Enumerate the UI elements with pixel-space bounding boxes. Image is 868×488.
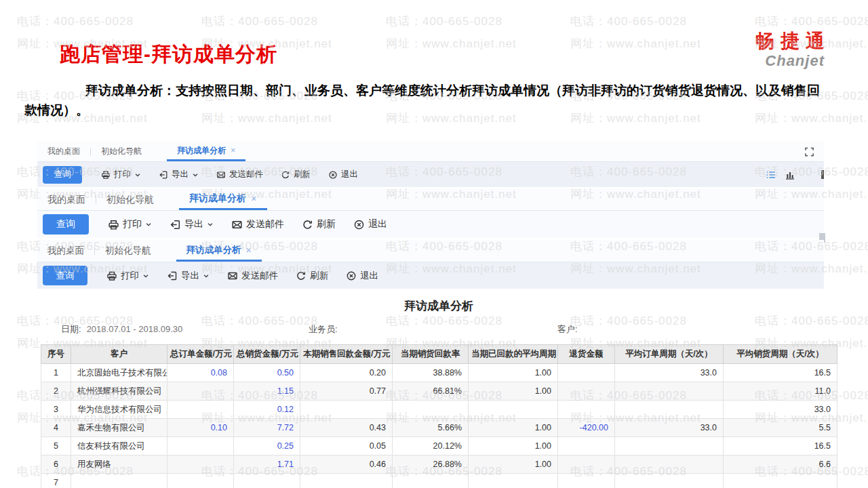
table-cell xyxy=(615,455,724,474)
exit-button[interactable]: 退出 xyxy=(353,218,387,230)
tab-my-desktop[interactable]: 我的桌面 xyxy=(37,142,90,161)
send-mail-button[interactable]: 发送邮件 xyxy=(227,270,278,282)
table-cell-link[interactable]: 0.10 xyxy=(167,419,234,437)
exit-label: 退出 xyxy=(368,218,387,230)
table-cell-link[interactable]: 7.72 xyxy=(234,419,300,437)
watermark-phone: 电话：400-665-0028 xyxy=(17,14,134,29)
list-view-icon[interactable] xyxy=(766,169,776,180)
table-cell: 66.81% xyxy=(393,382,469,401)
print-button[interactable]: 打印 xyxy=(108,218,152,230)
tab-visit-order-analysis[interactable]: 拜访成单分析 × xyxy=(179,189,267,210)
tab-visit-order-analysis[interactable]: 拜访成单分析 × xyxy=(167,142,245,161)
print-label: 打印 xyxy=(114,169,131,180)
table-row: 3华为信息技术有限公司0.1233.0 xyxy=(41,401,837,419)
send-mail-button[interactable]: 发送邮件 xyxy=(231,218,284,230)
table-cell-link[interactable]: 0.50 xyxy=(234,364,300,382)
send-mail-button[interactable]: 发送邮件 xyxy=(216,169,263,180)
exit-button[interactable]: 退出 xyxy=(346,270,378,282)
tab-visit-order-analysis[interactable]: 拜访成单分析 × xyxy=(176,240,262,262)
query-button[interactable]: 查询 xyxy=(43,214,89,235)
chevron-down-icon xyxy=(142,272,149,279)
table-cell-link[interactable]: 0.12 xyxy=(234,401,300,419)
table-cell: 华为信息技术有限公司 xyxy=(71,401,167,419)
print-button[interactable]: 打印 xyxy=(101,169,141,180)
table-cell: 0.43 xyxy=(300,419,393,437)
table-cell xyxy=(558,364,615,382)
column-header: 退货金额 xyxy=(558,345,615,364)
table-cell xyxy=(167,401,234,419)
table-cell xyxy=(300,401,393,419)
column-header: 客户 xyxy=(71,345,167,364)
export-button[interactable]: 导出 xyxy=(170,218,214,230)
printer-icon xyxy=(108,219,119,230)
table-row: 1北京固始电子技术有限公司0.080.500.2038.88%1.0033.01… xyxy=(41,364,837,382)
date-value: 2018.07.01 - 2018.09.30 xyxy=(87,324,183,334)
tab-label: 拜访成单分析 xyxy=(186,244,241,256)
table-cell: 1 xyxy=(41,364,71,382)
refresh-button[interactable]: 刷新 xyxy=(296,270,328,282)
table-cell xyxy=(615,401,724,419)
bar-chart-view-icon[interactable] xyxy=(785,169,795,180)
table-cell xyxy=(724,474,837,488)
analysis-table: 序号客户总订单金额/万元总销货金额/万元本期销售回款金额/万元当期销货回款率当期… xyxy=(41,344,837,488)
close-icon[interactable]: × xyxy=(231,146,235,155)
table-cell-link[interactable]: 0.25 xyxy=(234,437,300,455)
mail-icon xyxy=(231,219,243,230)
column-header: 总销货金额/万元 xyxy=(234,345,300,364)
table-row: 7 xyxy=(41,474,837,488)
date-label: 日期: xyxy=(61,324,81,334)
watermark-web: 网址：www.chanjet.net xyxy=(386,36,517,52)
fullscreen-icon[interactable] xyxy=(804,146,814,157)
report-filters: 日期:2018.07.01 - 2018.09.30 业务员: 客户: xyxy=(41,323,837,336)
watermark-phone: 电话：400-665-0028 xyxy=(386,14,502,29)
tab-init-nav[interactable]: 初始化导航 xyxy=(96,189,164,210)
refresh-button[interactable]: 刷新 xyxy=(302,218,336,230)
table-cell xyxy=(234,474,300,488)
watermark-web: 网址：www.chanjet.net xyxy=(570,36,701,52)
table-cell-link[interactable]: 1.71 xyxy=(234,455,300,474)
query-button[interactable]: 查询 xyxy=(43,266,87,285)
filter-salesman: 业务员: xyxy=(309,323,338,336)
toolbar: 查询 打印 导出 发送邮件 xyxy=(37,262,824,289)
table-cell: 1.00 xyxy=(469,419,558,437)
table-cell: 2 xyxy=(41,382,71,401)
export-button[interactable]: 导出 xyxy=(167,270,210,282)
table-cell: 5.5 xyxy=(724,419,837,437)
exit-circle-x-icon xyxy=(328,170,338,180)
table-cell-link[interactable]: 1.15 xyxy=(234,382,300,401)
table-cell-link[interactable]: -420.00 xyxy=(558,419,615,437)
tab-init-nav[interactable]: 初始化导航 xyxy=(91,142,152,161)
table-cell xyxy=(469,401,558,419)
table-cell: 20.12% xyxy=(393,437,469,455)
tab-my-desktop[interactable]: 我的桌面 xyxy=(37,189,96,210)
close-icon[interactable]: × xyxy=(246,245,252,256)
report-title: 拜访成单分析 xyxy=(41,298,837,314)
table-cell-link[interactable]: 0.08 xyxy=(167,364,234,382)
table-cell: 38.88% xyxy=(393,364,469,382)
mail-icon xyxy=(216,170,226,180)
table-cell: 0.77 xyxy=(300,382,393,401)
chevron-down-icon xyxy=(203,272,210,279)
print-button[interactable]: 打印 xyxy=(106,270,149,282)
tab-bar: 我的桌面 初始化导航 拜访成单分析 × xyxy=(37,240,824,262)
table-cell: 1.00 xyxy=(469,437,558,455)
report-area: 拜访成单分析 日期:2018.07.01 - 2018.09.30 业务员: 客… xyxy=(41,298,837,488)
export-button[interactable]: 导出 xyxy=(159,169,199,180)
close-icon[interactable]: × xyxy=(251,193,257,204)
table-cell xyxy=(615,382,724,401)
watermark-phone: 电话：400-665-0028 xyxy=(201,14,318,29)
exit-circle-x-icon xyxy=(346,270,357,281)
query-button[interactable]: 查询 xyxy=(43,166,82,184)
refresh-button[interactable]: 刷新 xyxy=(281,169,311,180)
tab-init-nav[interactable]: 初始化导航 xyxy=(95,240,161,262)
refresh-label: 刷新 xyxy=(317,218,336,230)
filter-customer: 客户: xyxy=(557,323,578,336)
exit-button[interactable]: 退出 xyxy=(328,169,358,180)
table-cell xyxy=(71,474,167,488)
print-label: 打印 xyxy=(121,270,139,282)
tab-my-desktop[interactable]: 我的桌面 xyxy=(37,240,94,262)
table-cell: 11.0 xyxy=(724,382,837,401)
filter-date: 日期:2018.07.01 - 2018.09.30 xyxy=(61,323,182,336)
send-mail-label: 发送邮件 xyxy=(246,218,284,230)
table-cell: 0.05 xyxy=(300,437,393,455)
